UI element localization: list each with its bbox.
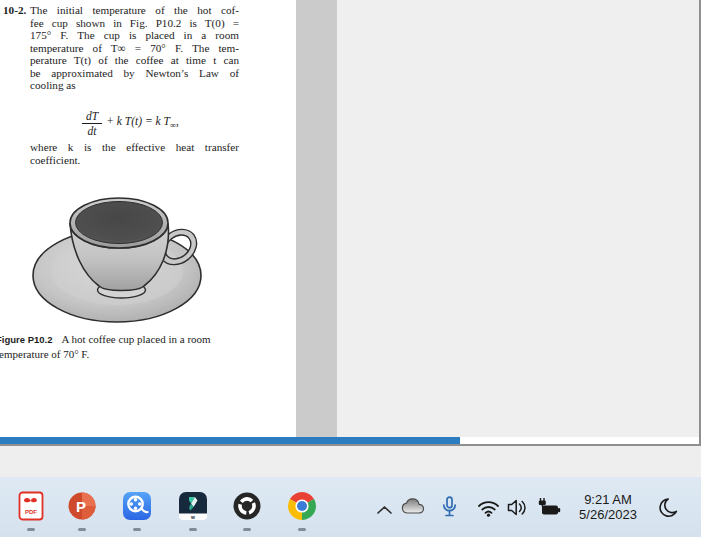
taskbar-app-filmora[interactable]: w xyxy=(178,491,208,521)
filmora-w-mark: w xyxy=(190,514,195,520)
taskbar-app-powerpoint[interactable]: P xyxy=(67,491,97,521)
taskbar-app-obs[interactable] xyxy=(232,491,262,521)
problem-text-line: where k is the effective heat transfer xyxy=(30,141,239,154)
problem-number: 10-2. xyxy=(3,4,26,17)
taskbar-app-chrome[interactable] xyxy=(287,491,317,521)
taskbar-app-video-editor[interactable] xyxy=(122,491,152,521)
problem-text-line: cooling as xyxy=(30,79,239,92)
battery-charging-icon[interactable] xyxy=(537,497,561,521)
screen: 10-2.The initial temperature of the hot … xyxy=(0,0,701,537)
desktop-area xyxy=(0,446,701,477)
taskbar: PDF P xyxy=(0,477,701,537)
taskbar-clock[interactable]: 9:21 AM 5/26/2023 xyxy=(566,492,650,522)
running-indicator xyxy=(78,528,86,531)
running-indicator xyxy=(27,528,35,531)
powerpoint-letter: P xyxy=(76,498,86,515)
onedrive-cloud-icon[interactable] xyxy=(400,498,426,519)
coffee-cup-illustration xyxy=(26,189,216,330)
moon-icon[interactable] xyxy=(657,496,681,524)
obs-circle xyxy=(234,493,261,520)
pdf-label: PDF xyxy=(25,509,37,515)
running-indicator xyxy=(298,528,306,531)
problem-text-line: fee cup shown in Fig. P10.2 is T(0) = xyxy=(30,17,239,30)
problem-text-line: perature T(t) of the coffee at time t ca… xyxy=(30,54,239,67)
document-content: 10-2.The initial temperature of the hot … xyxy=(0,0,296,437)
problem-text-line: 10-2.The initial temperature of the hot … xyxy=(30,4,239,17)
chevron-up-icon[interactable] xyxy=(376,501,393,519)
newtons-law-equation: dT dt + k T(t) = k T∞, xyxy=(30,106,239,140)
equation-rhs: + k T(t) = k T∞, xyxy=(106,115,179,132)
problem-text-line: 175° F. The cup is placed in a room xyxy=(30,29,239,42)
running-indicator xyxy=(133,528,141,531)
wifi-icon[interactable] xyxy=(477,500,500,521)
figure-caption: Figure P10.2A hot coffee cup placed in a… xyxy=(0,332,256,361)
microphone-icon[interactable] xyxy=(442,496,457,523)
viewer-empty-pane xyxy=(337,0,701,437)
figure-caption-label: Figure P10.2 xyxy=(0,334,53,345)
chrome-blue-center xyxy=(297,501,307,511)
problem-paragraph: 10-2.The initial temperature of the hot … xyxy=(30,4,239,92)
derivative-fraction: dT dt xyxy=(82,110,102,137)
taskbar-app-acrobat-pdf[interactable]: PDF xyxy=(16,491,46,521)
problem-text-line: be approximated by Newton’s Law of xyxy=(30,67,239,80)
pdf-viewer-window: 10-2.The initial temperature of the hot … xyxy=(0,0,701,446)
pdf-page: 10-2.The initial temperature of the hot … xyxy=(0,0,296,437)
pdf-page-shape xyxy=(20,493,43,520)
volume-icon[interactable] xyxy=(507,498,528,521)
clock-time: 9:21 AM xyxy=(566,492,650,507)
problem-paragraph-continued: where k is the effective heat transfer c… xyxy=(30,141,239,166)
clock-date: 5/26/2023 xyxy=(566,507,650,522)
viewer-background-band xyxy=(296,0,337,437)
horizontal-scrollbar-thumb[interactable] xyxy=(0,437,460,444)
running-indicator xyxy=(243,528,251,531)
horizontal-scrollbar-track[interactable] xyxy=(0,437,701,446)
problem-text-line: coefficient. xyxy=(30,154,239,167)
problem-text-line: temperature of T∞ = 70° F. The tem- xyxy=(30,42,239,55)
running-indicator xyxy=(189,528,197,531)
